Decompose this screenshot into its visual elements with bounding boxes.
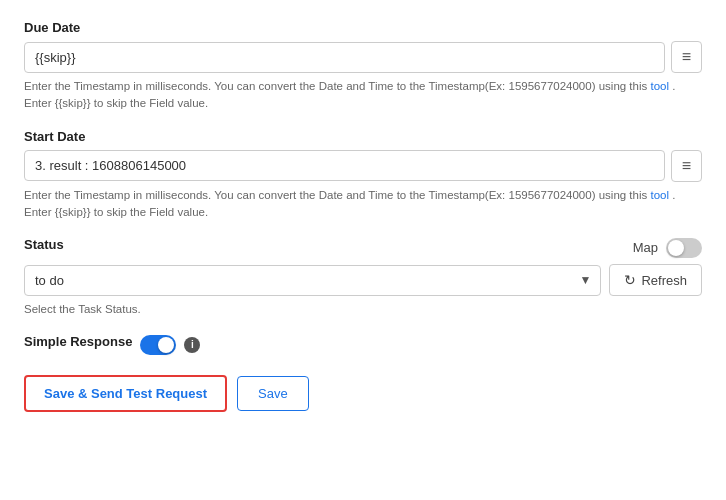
save-send-button[interactable]: Save & Send Test Request (24, 375, 227, 412)
map-toggle-row: Map (633, 238, 702, 258)
start-date-menu-button[interactable]: ≡ (671, 150, 702, 182)
start-date-input[interactable] (24, 150, 665, 181)
simple-response-toggle[interactable] (140, 335, 176, 355)
due-date-tool-link[interactable]: tool (650, 80, 669, 92)
save-button[interactable]: Save (237, 376, 309, 411)
start-date-input-row: ≡ (24, 150, 702, 182)
start-date-field: Start Date ≡ Enter the Timestamp in mill… (24, 129, 702, 222)
due-date-input-row: ≡ (24, 41, 702, 73)
simple-response-toggle-track[interactable] (140, 335, 176, 355)
status-select[interactable]: to do in progress done (24, 265, 601, 296)
status-hint: Select the Task Status. (24, 301, 702, 318)
start-date-tool-link[interactable]: tool (650, 189, 669, 201)
status-select-wrapper: to do in progress done ▼ (24, 265, 601, 296)
due-date-label: Due Date (24, 20, 702, 35)
simple-response-label: Simple Response (24, 334, 132, 349)
simple-response-toggle-thumb (158, 337, 174, 353)
refresh-label: Refresh (641, 273, 687, 288)
refresh-icon: ↻ (624, 272, 636, 288)
due-date-menu-button[interactable]: ≡ (671, 41, 702, 73)
map-label: Map (633, 240, 658, 255)
status-label: Status (24, 237, 64, 252)
due-date-hint: Enter the Timestamp in milliseconds. You… (24, 78, 702, 113)
start-date-label: Start Date (24, 129, 702, 144)
status-select-row: to do in progress done ▼ ↻ Refresh (24, 264, 702, 296)
start-date-hint: Enter the Timestamp in milliseconds. You… (24, 187, 702, 222)
due-date-input[interactable] (24, 42, 665, 73)
map-toggle-thumb (668, 240, 684, 256)
action-row: Save & Send Test Request Save (24, 375, 702, 412)
due-date-field: Due Date ≡ Enter the Timestamp in millis… (24, 20, 702, 113)
map-toggle-track[interactable] (666, 238, 702, 258)
menu-icon: ≡ (682, 157, 691, 175)
map-toggle[interactable] (666, 238, 702, 258)
menu-icon: ≡ (682, 48, 691, 66)
status-header-row: Status Map (24, 237, 702, 258)
refresh-button[interactable]: ↻ Refresh (609, 264, 702, 296)
status-field: Status Map to do in progress done ▼ ↻ Re… (24, 237, 702, 318)
simple-response-row: Simple Response i (24, 334, 702, 355)
info-icon: i (184, 337, 200, 353)
